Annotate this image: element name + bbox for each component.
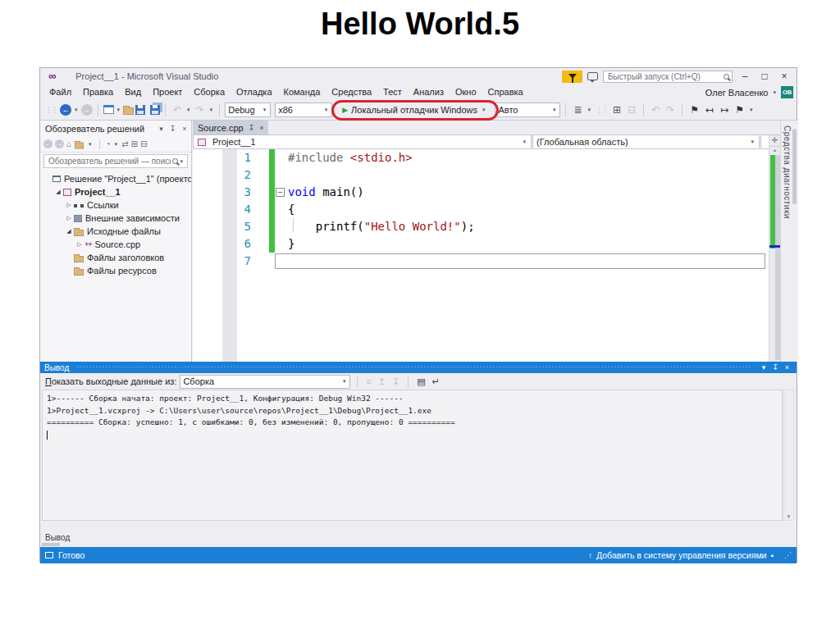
menu-item-4[interactable]: Сборка	[188, 84, 231, 99]
code-line-7[interactable]: 7	[193, 253, 769, 270]
toggle-word-wrap-button[interactable]: ↵	[431, 376, 441, 387]
scroll-up-icon[interactable]: ▲	[769, 148, 780, 153]
split-window-handle[interactable]: ✛	[769, 136, 780, 147]
chevron-down-icon[interactable]: ▾	[771, 89, 778, 96]
tree-item[interactable]: ▷Внешние зависимости	[40, 212, 191, 225]
menu-item-11[interactable]: Справка	[482, 84, 529, 99]
tab-diagnostic-tools[interactable]: Средства диагностики	[783, 125, 792, 219]
menu-item-0[interactable]: Файл	[43, 84, 77, 99]
window-menu-icon[interactable]: ▾	[158, 125, 165, 133]
pin-icon[interactable]: ↧	[168, 125, 178, 133]
chevron-down-icon[interactable]: ▾	[87, 141, 94, 148]
pin-icon[interactable]: ↧	[249, 124, 255, 132]
chevron-down-icon[interactable]: ▾	[587, 107, 593, 113]
next-bookmark-button[interactable]: ↦	[718, 104, 731, 116]
line-indent-button[interactable]: ⊟	[625, 104, 638, 116]
platform-dropdown[interactable]: x86 ▾	[275, 103, 332, 117]
tree-item[interactable]: Файлы заголовков	[40, 251, 191, 264]
tab-source-cpp[interactable]: Source.cpp ↧ ×	[193, 121, 268, 134]
toolbar-grip[interactable]: ⋮⋮	[596, 106, 607, 114]
undo-button[interactable]: ↶	[171, 104, 184, 116]
configuration-dropdown[interactable]: Debug ▾	[225, 103, 271, 117]
project-scope-dropdown[interactable]: Project__1 ▾	[193, 134, 532, 149]
menu-item-5[interactable]: Отладка	[231, 84, 277, 99]
redo-button[interactable]: ↷	[194, 104, 207, 116]
expander-icon[interactable]: ◢	[54, 189, 62, 195]
navigate-back-button[interactable]: ←	[60, 104, 71, 116]
output-text-area[interactable]: 1>------ Сборка начата: проект: Project_…	[42, 390, 783, 521]
maximize-button[interactable]: □	[757, 69, 772, 84]
tree-item[interactable]: Файлы ресурсов	[40, 264, 191, 277]
menu-item-6[interactable]: Команда	[278, 84, 326, 99]
find-message-icon[interactable]: ≡	[364, 376, 372, 386]
home-icon[interactable]: ⌂	[66, 139, 71, 148]
output-vertical-scrollbar[interactable]: ▼	[783, 390, 794, 521]
menu-item-1[interactable]: Правка	[77, 84, 119, 99]
tree-item[interactable]: Решение "Project__1" (проектов: 1)	[40, 172, 191, 185]
close-icon[interactable]: ×	[259, 124, 263, 132]
solution-explorer-search-input[interactable]	[47, 156, 172, 166]
menu-item-10[interactable]: Окно	[450, 84, 482, 99]
quick-launch-input[interactable]	[606, 71, 724, 82]
menu-item-8[interactable]: Тест	[377, 84, 408, 99]
show-all-files-icon[interactable]: ⊞	[131, 139, 138, 148]
toggle-bookmark-button[interactable]: ⚑	[687, 104, 701, 116]
sync-with-active-document-icon[interactable]: ⇄	[121, 139, 128, 148]
feedback-smiley-icon[interactable]	[587, 72, 598, 80]
window-menu-icon[interactable]: ▾	[759, 363, 769, 371]
hscroll-thumb[interactable]	[42, 543, 60, 546]
save-all-button[interactable]	[150, 105, 160, 115]
previous-message-icon[interactable]: ↥	[377, 376, 387, 387]
back-icon[interactable]: ←	[43, 139, 52, 148]
next-message-icon[interactable]: ↧	[390, 376, 401, 387]
previous-bookmark-button[interactable]: ↤	[703, 104, 716, 116]
menu-item-9[interactable]: Анализ	[408, 84, 450, 99]
menu-item-3[interactable]: Проект	[147, 84, 188, 99]
tree-item[interactable]: ◢Project__1	[40, 185, 191, 198]
new-window-button[interactable]: ⊞	[610, 104, 623, 116]
start-debugging-button[interactable]: ▶ Локальный отладчик Windows ▾	[337, 103, 491, 116]
collapse-all-icon[interactable]: ⊟	[140, 139, 147, 148]
tree-item[interactable]: ▷Ссылки	[40, 198, 191, 212]
collapse-region-icon[interactable]: –	[276, 188, 285, 197]
navigate-forward-button[interactable]: →	[81, 104, 93, 116]
tree-item[interactable]: ▷Source.cpp	[40, 238, 191, 251]
menu-item-7[interactable]: Средства	[326, 84, 377, 99]
code-line-5[interactable]: 5 printf("Hello World!");	[193, 218, 769, 235]
switch-views-button[interactable]	[75, 142, 84, 148]
uncomment-button[interactable]: ↷	[664, 104, 677, 116]
chevron-down-icon[interactable]: ▾	[116, 107, 122, 113]
close-button[interactable]: ×	[777, 69, 792, 84]
minimize-button[interactable]: –	[737, 69, 752, 84]
code-line-2[interactable]: 2	[193, 166, 769, 184]
chevron-down-icon[interactable]: ▾	[113, 141, 120, 148]
tab-output[interactable]: Вывод	[40, 532, 76, 542]
new-project-button[interactable]	[103, 105, 114, 114]
close-icon[interactable]: ×	[180, 125, 188, 133]
resize-grip-icon[interactable]: ⋰	[784, 551, 792, 559]
clear-bookmarks-button[interactable]: ⚑	[733, 104, 746, 116]
code-line-6[interactable]: 6}	[193, 235, 769, 253]
code-line-1[interactable]: 1#include <stdio.h>	[193, 149, 769, 166]
tree-item[interactable]: ◢Исходные файлы	[40, 225, 191, 238]
clear-all-button[interactable]: ▤	[415, 376, 427, 387]
output-source-dropdown[interactable]: Сборка ▾	[180, 375, 350, 389]
expander-icon[interactable]: ▷	[65, 215, 73, 221]
save-button[interactable]	[135, 105, 145, 115]
menu-item-2[interactable]: Вид	[119, 84, 147, 99]
global-scope-dropdown[interactable]: (Глобальная область) ▾	[532, 134, 760, 149]
chevron-down-icon[interactable]: ▾	[208, 107, 215, 113]
editor-vertical-scrollbar[interactable]: ✛ ▲	[769, 135, 780, 362]
forward-icon[interactable]: →	[55, 139, 64, 148]
solution-explorer-header[interactable]: Обозреватель решений ▾ ↧ ×	[40, 121, 191, 136]
chevron-down-icon[interactable]: ▾	[185, 107, 192, 113]
chevron-down-icon[interactable]: ▾	[73, 107, 80, 113]
chevron-down-icon[interactable]: ▾	[748, 107, 755, 113]
expander-icon[interactable]: ▷	[65, 202, 73, 208]
code-line-3[interactable]: 3–void main()	[193, 184, 769, 201]
pending-changes-filter-icon[interactable]: ◔	[106, 139, 111, 148]
attach-to-process-button[interactable]: ≣	[571, 104, 584, 116]
close-icon[interactable]: ×	[782, 363, 792, 371]
user-account-area[interactable]: Олег Власенко ▾ ОВ	[705, 86, 793, 98]
scroll-down-icon[interactable]: ▼	[784, 514, 793, 519]
